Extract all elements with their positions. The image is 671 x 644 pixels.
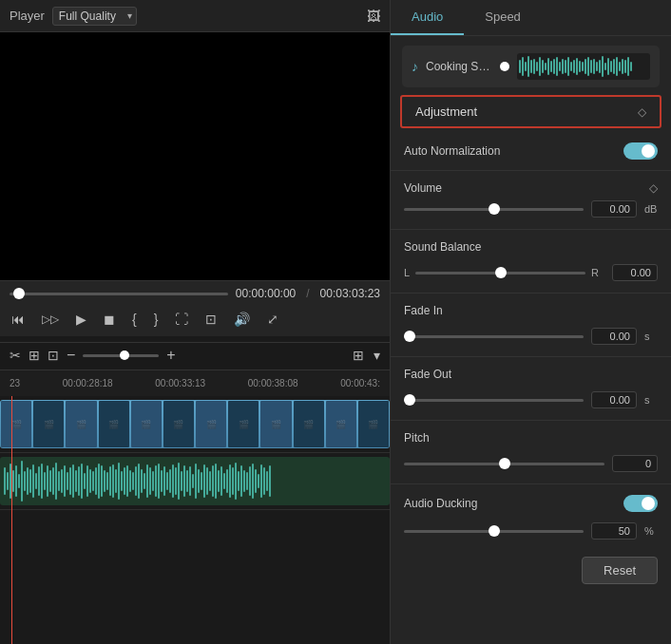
fade-in-slider[interactable] bbox=[404, 335, 584, 338]
balance-slider[interactable] bbox=[415, 272, 585, 275]
pitch-label: Pitch bbox=[404, 431, 489, 445]
player-label: Player bbox=[10, 9, 45, 23]
audio-ducking-toggle[interactable] bbox=[623, 495, 658, 512]
fullscreen-button[interactable]: ⛶ bbox=[173, 310, 190, 329]
frame-3: 🎬 bbox=[66, 401, 96, 447]
auto-normalization-toggle[interactable] bbox=[623, 142, 658, 160]
divider-5 bbox=[391, 420, 671, 421]
step-back-button[interactable]: ⏮ bbox=[10, 310, 27, 329]
mark-out-button[interactable]: } bbox=[152, 310, 161, 329]
frame-10: 🎬 bbox=[294, 401, 324, 447]
frame-9: 🎬 bbox=[260, 401, 291, 447]
fade-out-slider-group: s bbox=[404, 391, 658, 408]
frame-6: 🎬 bbox=[163, 401, 194, 447]
top-bar: Player Full Quality 1/2 Quality 1/4 Qual… bbox=[0, 0, 390, 32]
volume-slider-group: dB bbox=[404, 200, 658, 218]
ruler-mark-1: 00:00:28:18 bbox=[63, 378, 113, 388]
cut-tool-button[interactable]: ✂ bbox=[10, 348, 21, 363]
auto-normalization-label: Auto Normalization bbox=[404, 144, 500, 158]
adjustment-title: Adjustment bbox=[415, 104, 477, 119]
snapshot-button[interactable]: ⊡ bbox=[203, 310, 219, 329]
mark-in-button[interactable]: { bbox=[130, 310, 139, 329]
volume-keyframe-icon[interactable]: ◇ bbox=[649, 181, 658, 195]
grid-button[interactable]: ⊞ bbox=[353, 348, 364, 363]
fade-out-slider-row: s bbox=[391, 388, 671, 416]
left-panel: Player Full Quality 1/2 Quality 1/4 Qual… bbox=[0, 0, 390, 644]
video-track: 🎬 🎬 🎬 🎬 🎬 🎬 🎬 🎬 🎬 🎬 🎬 🎬 bbox=[0, 396, 390, 453]
track-tool-button[interactable]: ⊞ bbox=[29, 348, 40, 363]
image-quality-icon[interactable]: 🖼 bbox=[367, 9, 380, 24]
frame-11: 🎬 bbox=[326, 401, 356, 447]
clip-position-dot bbox=[500, 62, 509, 71]
fade-out-slider[interactable] bbox=[404, 399, 584, 402]
total-time: 00:03:03:23 bbox=[320, 287, 380, 300]
volume-button[interactable]: 🔊 bbox=[232, 310, 252, 329]
time-separator: / bbox=[306, 287, 309, 300]
sound-balance-row: Sound Balance bbox=[391, 234, 671, 260]
tab-speed[interactable]: Speed bbox=[464, 0, 542, 35]
divider-3 bbox=[391, 293, 671, 294]
balance-value-input[interactable] bbox=[612, 264, 658, 281]
fade-in-unit: s bbox=[644, 331, 658, 342]
keyframe-diamond-icon[interactable]: ◇ bbox=[638, 105, 646, 119]
time-slider-row: 00:00:00:00 / 00:03:03:23 bbox=[10, 287, 380, 300]
playback-buttons: ⏮ ▷▷ ▶ ◼ { } ⛶ ⊡ 🔊 ⤢ bbox=[10, 306, 380, 332]
timeline-controls: 00:00:00:00 / 00:03:03:23 ⏮ ▷▷ ▶ ◼ { } ⛶… bbox=[0, 280, 390, 336]
frame-8: 🎬 bbox=[228, 401, 259, 447]
zoom-out-button[interactable]: − bbox=[67, 347, 75, 364]
sound-balance-label: Sound Balance bbox=[404, 240, 489, 254]
ruler-mark-3: 00:00:38:08 bbox=[248, 378, 298, 388]
reset-button-row: Reset bbox=[391, 547, 671, 594]
frame-2: 🎬 bbox=[33, 401, 64, 447]
ruler-mark-4: 00:00:43: bbox=[340, 378, 380, 388]
divider-6 bbox=[391, 483, 671, 484]
fade-out-value-input[interactable] bbox=[591, 391, 637, 408]
reset-button[interactable]: Reset bbox=[582, 557, 658, 584]
pitch-value-input[interactable] bbox=[612, 455, 658, 472]
ducking-value-input[interactable] bbox=[591, 522, 637, 540]
current-time: 00:00:00:00 bbox=[236, 287, 296, 300]
volume-value-input[interactable] bbox=[591, 200, 637, 218]
zoom-slider[interactable] bbox=[83, 354, 159, 357]
fade-in-value-input[interactable] bbox=[591, 328, 637, 345]
volume-header: Volume ◇ bbox=[391, 175, 671, 197]
fade-in-slider-row: s bbox=[391, 324, 671, 352]
play-slow-button[interactable]: ▷▷ bbox=[40, 311, 61, 328]
stop-button[interactable]: ◼ bbox=[102, 310, 117, 329]
clip-name: Cooking Spaghetti _ Mr. ... bbox=[426, 60, 492, 73]
ruler-mark-2: 00:00:33:13 bbox=[155, 378, 205, 388]
zoom-in-button[interactable]: + bbox=[166, 347, 175, 364]
timeline-ruler: 23 00:00:28:18 00:00:33:13 00:00:38:08 0… bbox=[0, 369, 390, 396]
pitch-slider[interactable] bbox=[404, 463, 604, 465]
audio-track bbox=[0, 453, 390, 510]
ruler-marks: 23 00:00:28:18 00:00:33:13 00:00:38:08 0… bbox=[6, 378, 384, 388]
clip-header: ♪ Cooking Spaghetti _ Mr. ... bbox=[402, 46, 660, 87]
fade-out-label: Fade Out bbox=[404, 368, 489, 381]
ripple-tool-button[interactable]: ⊡ bbox=[48, 348, 59, 363]
timeline-scrubber[interactable] bbox=[10, 293, 228, 295]
ducking-slider-row: % bbox=[391, 519, 671, 547]
play-button[interactable]: ▶ bbox=[74, 310, 88, 329]
ducking-slider[interactable] bbox=[404, 530, 584, 533]
ducking-slider-group: % bbox=[404, 522, 658, 540]
music-note-icon: ♪ bbox=[412, 59, 418, 74]
divider-1 bbox=[391, 170, 671, 171]
preview-area bbox=[0, 32, 390, 280]
frame-4: 🎬 bbox=[99, 401, 129, 447]
audio-ducking-label: Audio Ducking bbox=[404, 497, 489, 510]
tab-audio[interactable]: Audio bbox=[391, 0, 464, 35]
right-panel: Audio Speed ♪ Cooking Spaghetti _ Mr. ..… bbox=[390, 0, 671, 644]
divider-4 bbox=[391, 356, 671, 357]
quality-select[interactable]: Full Quality 1/2 Quality 1/4 Quality bbox=[52, 7, 137, 26]
right-scroll: ♪ Cooking Spaghetti _ Mr. ... bbox=[391, 36, 671, 644]
ruler-mark-0: 23 bbox=[10, 378, 20, 388]
timeline-tracks: 🎬 🎬 🎬 🎬 🎬 🎬 🎬 🎬 🎬 🎬 🎬 🎬 bbox=[0, 396, 390, 644]
volume-slider[interactable] bbox=[404, 208, 584, 211]
balance-l-label: L bbox=[404, 267, 410, 278]
clip-thumbnail bbox=[517, 53, 650, 80]
quality-wrapper: Full Quality 1/2 Quality 1/4 Quality bbox=[52, 7, 137, 26]
settings-chevron-button[interactable]: ▾ bbox=[374, 348, 380, 363]
ducking-unit: % bbox=[644, 525, 658, 537]
expand-button[interactable]: ⤢ bbox=[265, 310, 280, 329]
tab-row: Audio Speed bbox=[391, 0, 671, 36]
